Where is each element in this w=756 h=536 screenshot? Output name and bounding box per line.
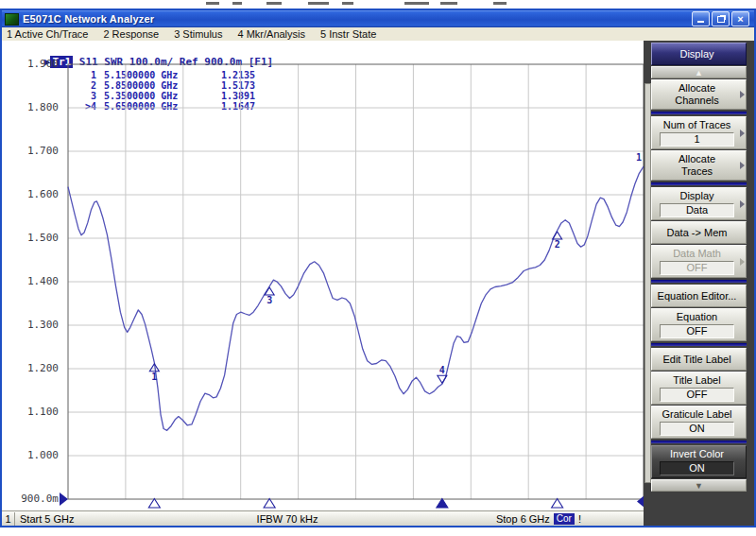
app-icon xyxy=(5,13,19,26)
softkey-label: Data Math xyxy=(673,248,721,260)
trace-marker-label: 1 xyxy=(151,372,157,382)
softkey-invert-color[interactable]: Invert ColorON xyxy=(651,445,747,478)
ifbw-label: IFBW 70 kHz xyxy=(2,512,573,526)
softkey-label: Equation xyxy=(677,311,717,323)
softkey-scroll-track[interactable] xyxy=(644,83,651,483)
softkey-separator xyxy=(651,182,747,185)
restore-button[interactable] xyxy=(712,11,730,26)
submenu-arrow-icon xyxy=(740,130,745,137)
cropped-caption-fragment xyxy=(440,2,457,5)
softkey-data-mem[interactable]: Data -> Mem xyxy=(651,221,747,244)
y-tick-label: 1.100 xyxy=(15,406,59,419)
softkey-value: 1 xyxy=(660,132,733,147)
softkey-separator xyxy=(651,343,747,346)
softkey-label: Data -> Mem xyxy=(667,227,728,239)
y-tick-label: 1.700 xyxy=(15,145,59,158)
cropped-caption-fragment xyxy=(342,2,353,5)
softkey-allocate-traces[interactable]: Allocate Traces xyxy=(651,150,747,181)
menu-bar: 1 Active Ch/Trace2 Response3 Stimulus4 M… xyxy=(2,27,754,42)
menu-item-5-instr-state[interactable]: 5 Instr State xyxy=(320,28,376,40)
softkey-value: ON xyxy=(660,461,733,475)
submenu-arrow-icon xyxy=(740,162,745,169)
window-title: E5071C Network Analyzer xyxy=(23,13,690,25)
scroll-up-button[interactable]: ▲ xyxy=(651,66,747,78)
softkey-value: OFF xyxy=(660,324,733,338)
cropped-caption-fragment xyxy=(404,2,429,5)
softkey-label: Edit Title Label xyxy=(662,354,730,366)
cropped-caption-fragment xyxy=(206,2,219,5)
y-tick-label: 900.0m xyxy=(15,493,59,506)
y-tick-label: 1.400 xyxy=(15,275,59,288)
softkey-allocate-channels[interactable]: Allocate Channels xyxy=(651,79,747,110)
softkey-label: Num of Traces xyxy=(663,119,731,131)
softkey-label: Invert Color xyxy=(670,448,724,460)
softkey-panel: Display▲Allocate ChannelsNum of Traces1A… xyxy=(644,41,754,526)
axis-marker-icon[interactable] xyxy=(148,499,160,509)
sweep-stop-label: Stop 6 GHz xyxy=(496,512,550,526)
menu-item-2-response[interactable]: 2 Response xyxy=(103,28,159,40)
trace-marker-label: 2 xyxy=(555,239,560,250)
softkey-separator xyxy=(651,280,747,283)
trace-marker-label: 4 xyxy=(439,365,445,375)
restore-icon xyxy=(717,16,725,23)
submenu-arrow-icon xyxy=(740,200,745,208)
sweep-end-pointer-icon xyxy=(637,495,644,508)
scroll-up-icon: ▲ xyxy=(695,68,703,78)
submenu-arrow-icon xyxy=(740,91,745,98)
y-tick-label: 1.300 xyxy=(15,319,59,332)
alert-indicator: ! xyxy=(578,512,581,526)
menu-item-4-mkr-analysis[interactable]: 4 Mkr/Analysis xyxy=(237,28,305,40)
trace-number-label: 1 xyxy=(636,152,642,163)
y-tick-label: 1.600 xyxy=(15,188,59,201)
softkey-data-math: Data MathOFF xyxy=(651,245,747,278)
reference-level-pointer-icon[interactable] xyxy=(60,493,68,506)
trace-marker-label: 3 xyxy=(266,295,272,305)
softkey-label: Title Label xyxy=(673,374,720,387)
plot-region: ▶Tr1 S11 SWR 100.0m/ Ref 900.0m [F1] 1.9… xyxy=(2,41,644,510)
y-tick-label: 1.200 xyxy=(15,362,59,375)
cropped-caption-fragment xyxy=(308,2,329,5)
y-tick-label: 1.900 xyxy=(15,58,59,71)
softkey-label: Allocate Channels xyxy=(675,82,718,107)
menu-item-3-stimulus[interactable]: 3 Stimulus xyxy=(174,28,222,40)
status-bar: 1 Start 5 GHz IFBW 70 kHz Stop 6 GHz Cor… xyxy=(2,510,644,526)
swr-trace-plot[interactable]: 12341 xyxy=(59,61,644,510)
softkey-graticule-label[interactable]: Graticule LabelON xyxy=(651,406,747,439)
submenu-arrow-icon xyxy=(740,258,745,266)
softkey-label: Equation Editor... xyxy=(658,290,737,303)
minimize-icon xyxy=(697,21,704,23)
close-button[interactable]: × xyxy=(731,11,749,26)
cropped-caption-fragment xyxy=(493,2,507,5)
axis-marker-icon[interactable] xyxy=(264,499,275,509)
softkey-value: OFF xyxy=(660,261,733,275)
app-window: E5071C Network Analyzer × 1 Active Ch/Tr… xyxy=(0,9,756,527)
softkey-separator xyxy=(651,441,747,443)
softkey-num-of-traces[interactable]: Num of Traces1 xyxy=(651,116,747,149)
softkey-menu-title[interactable]: Display xyxy=(651,43,747,65)
softkey-display[interactable]: DisplayData xyxy=(651,187,747,220)
softkey-column: Display▲Allocate ChannelsNum of Traces1A… xyxy=(651,43,747,492)
softkey-edit-title-label[interactable]: Edit Title Label xyxy=(651,348,747,371)
softkey-value: Data xyxy=(660,203,733,217)
softkey-equation[interactable]: EquationOFF xyxy=(651,308,747,341)
softkey-title-label[interactable]: Title LabelOFF xyxy=(651,372,747,405)
scroll-down-icon: ▼ xyxy=(695,481,703,491)
axis-marker-icon[interactable] xyxy=(552,499,563,509)
close-icon: × xyxy=(737,14,743,24)
softkey-label: Allocate Traces xyxy=(679,153,715,178)
y-tick-label: 1.500 xyxy=(15,232,59,245)
correction-badge: Cor xyxy=(554,513,575,525)
title-bar[interactable]: E5071C Network Analyzer × xyxy=(2,10,754,27)
cropped-caption-fragment xyxy=(232,2,242,5)
scroll-down-button[interactable]: ▼ xyxy=(651,479,747,492)
softkey-separator xyxy=(651,112,747,114)
y-tick-label: 1.800 xyxy=(15,101,59,114)
softkey-value: OFF xyxy=(660,388,733,402)
axis-marker-active-icon[interactable] xyxy=(437,499,448,509)
cropped-caption-fragment xyxy=(266,2,282,5)
softkey-equation-editor[interactable]: Equation Editor... xyxy=(651,285,747,307)
softkey-value: ON xyxy=(660,422,733,436)
minimize-button[interactable] xyxy=(692,11,710,26)
menu-item-1-active-ch-trace[interactable]: 1 Active Ch/Trace xyxy=(7,28,88,40)
softkey-label: Graticule Label xyxy=(662,408,732,421)
